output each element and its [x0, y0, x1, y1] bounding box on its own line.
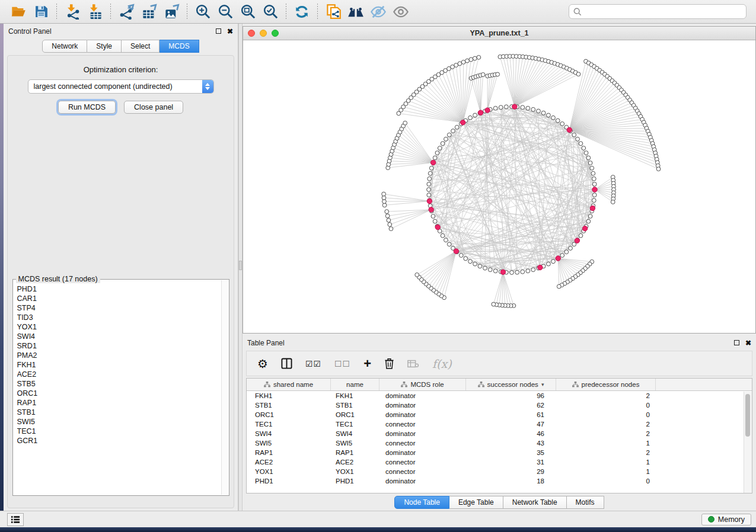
cell-name[interactable]: SWI5	[331, 440, 379, 447]
cell-name[interactable]: RAP1	[331, 449, 379, 456]
table-column-header[interactable]: shared name ▾	[247, 379, 331, 390]
cell-predecessor-nodes[interactable]: 2	[556, 421, 656, 428]
table-tab[interactable]: Motifs	[567, 496, 604, 509]
table-row[interactable]: STB1 STB1 dominator 62 0	[247, 400, 752, 410]
eye-slash-icon[interactable]	[367, 2, 390, 21]
memory-button[interactable]: Memory	[701, 514, 751, 525]
cell-successor-nodes[interactable]: 96	[466, 392, 556, 399]
cell-mcds-role[interactable]: connector	[379, 440, 466, 447]
zoom-in-icon[interactable]	[192, 2, 214, 21]
cell-shared-name[interactable]: FKH1	[247, 392, 331, 399]
network-graph[interactable]	[243, 40, 755, 333]
cell-predecessor-nodes[interactable]: 2	[556, 449, 656, 456]
cell-successor-nodes[interactable]: 29	[466, 468, 556, 475]
cell-mcds-role[interactable]: dominator	[379, 477, 466, 485]
cell-shared-name[interactable]: RAP1	[247, 449, 331, 456]
table-scrollbar-thumb[interactable]	[745, 394, 750, 437]
cell-mcds-role[interactable]: connector	[379, 421, 466, 428]
table-scrollbar[interactable]	[744, 392, 752, 493]
export-table-icon[interactable]	[138, 2, 160, 21]
mcds-result-item[interactable]: STB1	[17, 408, 221, 417]
duplicate-document-icon[interactable]	[322, 2, 344, 21]
network-canvas[interactable]	[243, 40, 755, 333]
mcds-result-item[interactable]: SRD1	[17, 341, 221, 351]
task-history-button[interactable]	[7, 513, 24, 526]
mcds-result-item[interactable]: SWI4	[17, 332, 221, 341]
export-network-icon[interactable]	[115, 2, 138, 21]
cell-successor-nodes[interactable]: 43	[466, 440, 556, 447]
cell-shared-name[interactable]: SWI4	[247, 430, 331, 437]
mcds-result-item[interactable]: ORC1	[17, 389, 221, 398]
table-row[interactable]: ACE2 ACE2 connector 31 1	[247, 457, 752, 467]
table-row[interactable]: YOX1 YOX1 connector 29 1	[247, 467, 752, 476]
delete-column-icon[interactable]	[384, 358, 394, 369]
table-row[interactable]: PHD1 PHD1 dominator 18 0	[247, 476, 752, 486]
control-panel-tab[interactable]: Network	[42, 40, 87, 53]
table-row[interactable]: ORC1 ORC1 dominator 61 0	[247, 410, 752, 419]
table-column-header[interactable]: MCDS role ▾	[379, 379, 466, 390]
import-table-icon[interactable]	[84, 2, 106, 21]
result-scrollbar[interactable]	[221, 280, 228, 495]
cell-predecessor-nodes[interactable]: 1	[556, 440, 656, 447]
mcds-result-item[interactable]: STB5	[17, 379, 221, 389]
deselect-all-checkboxes-icon[interactable]: ☐☐	[334, 359, 350, 368]
mcds-result-item[interactable]: SWI5	[17, 417, 221, 427]
cell-name[interactable]: FKH1	[331, 392, 379, 399]
cell-shared-name[interactable]: ORC1	[247, 411, 331, 418]
mcds-result-item[interactable]: FKH1	[17, 360, 221, 370]
float-panel-icon[interactable]	[216, 28, 221, 34]
table-column-header[interactable]: name ▾	[331, 379, 379, 390]
column-split-icon[interactable]	[281, 358, 292, 369]
close-panel-icon[interactable]: ✖	[227, 28, 233, 35]
mcds-result-item[interactable]: RAP1	[17, 398, 221, 408]
mcds-result-item[interactable]: TID3	[17, 313, 221, 322]
cell-predecessor-nodes[interactable]: 1	[556, 468, 656, 475]
mcds-result-item[interactable]: PMA2	[17, 351, 221, 360]
cell-successor-nodes[interactable]: 31	[466, 459, 556, 466]
mcds-result-item[interactable]: YOX1	[17, 322, 221, 332]
optimization-criterion-select[interactable]: largest connected component (undirected)	[28, 79, 214, 94]
cell-name[interactable]: YOX1	[331, 468, 379, 475]
control-panel-tab[interactable]: Style	[87, 40, 122, 53]
cell-shared-name[interactable]: SWI5	[247, 440, 331, 447]
search-box[interactable]	[569, 4, 747, 19]
cell-predecessor-nodes[interactable]: 0	[556, 477, 656, 485]
mcds-result-item[interactable]: CAR1	[17, 294, 221, 303]
cell-shared-name[interactable]: TEC1	[247, 421, 331, 428]
table-row[interactable]: SWI5 SWI5 connector 43 1	[247, 438, 752, 448]
open-folder-icon[interactable]	[7, 2, 30, 21]
cell-predecessor-nodes[interactable]: 0	[556, 411, 656, 418]
export-image-icon[interactable]	[160, 2, 183, 21]
cell-name[interactable]: TEC1	[331, 421, 379, 428]
table-row[interactable]: SWI4 SWI4 dominator 46 2	[247, 429, 752, 438]
split-grip-icon[interactable]	[239, 261, 242, 270]
table-column-header[interactable]: predecessor nodes ▾	[556, 379, 656, 390]
cell-predecessor-nodes[interactable]: 2	[556, 430, 656, 437]
table-tab[interactable]: Network Table	[503, 496, 567, 509]
cell-shared-name[interactable]: STB1	[247, 402, 331, 409]
control-panel-tab[interactable]: Select	[122, 40, 160, 53]
add-column-icon[interactable]: +	[363, 356, 371, 371]
cell-predecessor-nodes[interactable]: 2	[556, 392, 656, 399]
table-row[interactable]: FKH1 FKH1 dominator 96 2	[247, 391, 752, 400]
cell-name[interactable]: PHD1	[331, 477, 379, 485]
gear-icon[interactable]: ⚙	[257, 357, 268, 371]
table-column-header[interactable]: successor nodes ▾	[466, 379, 556, 390]
close-table-panel-icon[interactable]: ✖	[745, 339, 751, 347]
zoom-out-icon[interactable]	[214, 2, 237, 21]
cell-successor-nodes[interactable]: 35	[466, 449, 556, 456]
float-table-panel-icon[interactable]	[734, 340, 739, 345]
select-all-checkboxes-icon[interactable]: ☑☑	[305, 359, 321, 368]
mcds-result-item[interactable]: ACE2	[17, 370, 221, 379]
save-icon[interactable]	[30, 2, 52, 21]
eye-icon[interactable]	[390, 2, 412, 21]
cell-name[interactable]: ORC1	[331, 411, 379, 418]
network-window-titlebar[interactable]: YPA_prune.txt_1	[243, 27, 755, 40]
cell-shared-name[interactable]: YOX1	[247, 468, 331, 475]
mcds-result-item[interactable]: TEC1	[17, 427, 221, 436]
run-mcds-button[interactable]: Run MCDS	[58, 101, 116, 114]
cell-mcds-role[interactable]: dominator	[379, 411, 466, 418]
cell-predecessor-nodes[interactable]: 0	[556, 402, 656, 409]
cell-successor-nodes[interactable]: 47	[466, 421, 556, 428]
cell-mcds-role[interactable]: connector	[379, 468, 466, 475]
